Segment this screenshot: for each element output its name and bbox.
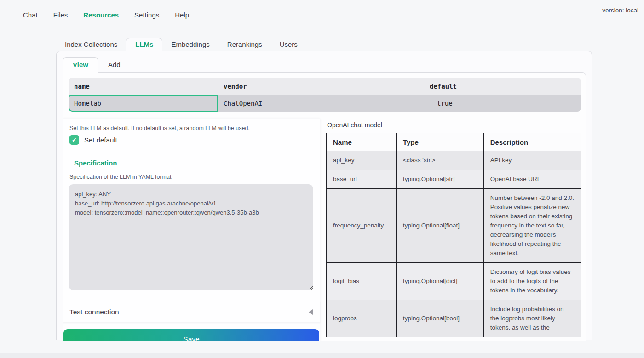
cell-llm-default[interactable]: true [424, 95, 581, 112]
top-navigation: Chat Files Resources Settings Help [23, 11, 189, 19]
nav-item-resources[interactable]: Resources [83, 11, 119, 19]
param-name: frequency_penalty [327, 189, 397, 263]
set-default-checkbox[interactable]: ✓ [69, 135, 79, 145]
doc-table-header: Name Type Description [327, 133, 581, 151]
param-name: logprobs [327, 300, 397, 337]
version-label: version: local [602, 7, 638, 14]
nav-item-files[interactable]: Files [53, 11, 68, 19]
param-description: Include log probabilities on the logprob… [483, 300, 581, 337]
param-type: typing.Optional[dict] [396, 263, 483, 300]
doc-column-description: Description [483, 133, 581, 151]
llm-list-table: name vendor default Homelab ChatOpenAI t… [69, 78, 581, 112]
checkmark-icon: ✓ [72, 137, 77, 143]
nav-item-help[interactable]: Help [175, 11, 189, 19]
param-name: api_key [327, 151, 397, 170]
param-type: <class 'str'> [396, 151, 483, 170]
bottom-scroll-strip [0, 353, 644, 358]
doc-column-name: Name [327, 133, 397, 151]
table-row: frequency_penalty typing.Optional[float]… [327, 189, 581, 263]
table-row: logprobs typing.Optional[bool] Include l… [327, 300, 581, 337]
tab-rerankings[interactable]: Rerankings [218, 38, 271, 51]
save-button[interactable]: Save [63, 329, 319, 341]
param-type: typing.Optional[bool] [396, 300, 483, 337]
param-name: base_url [327, 170, 397, 189]
param-description: Number between -2.0 and 2.0. Positive va… [483, 189, 581, 263]
param-name: logit_bias [327, 263, 397, 300]
tab-llms[interactable]: LLMs [126, 38, 162, 52]
doc-column-type: Type [396, 133, 483, 151]
llm-table-header: name vendor default [69, 78, 581, 95]
collapse-arrow-icon [309, 309, 313, 315]
view-tab-content: name vendor default Homelab ChatOpenAI t… [63, 72, 586, 341]
tab-add[interactable]: Add [98, 58, 130, 72]
cell-llm-name[interactable]: Homelab [69, 95, 218, 112]
param-description: API key [483, 151, 581, 170]
table-row: api_key <class 'str'> API key [327, 151, 581, 170]
table-row[interactable]: Homelab ChatOpenAI true [69, 95, 581, 112]
table-row: base_url typing.Optional[str] OpenAI bas… [327, 170, 581, 189]
set-default-label: Set default [84, 136, 117, 144]
test-connection-accordion[interactable]: Test connection [63, 301, 320, 322]
resource-tabs: Index Collections LLMs Embeddings Rerank… [56, 38, 306, 51]
llms-panel: View Add name vendor default Homelab Cha… [56, 51, 592, 340]
nav-item-chat[interactable]: Chat [23, 11, 38, 19]
cell-llm-vendor[interactable]: ChatOpenAI [218, 95, 424, 112]
column-header-name: name [69, 78, 218, 95]
tab-embeddings[interactable]: Embeddings [162, 38, 218, 51]
model-params-table: Name Type Description api_key <class 'st… [326, 133, 581, 337]
view-add-tabs: View Add [63, 57, 130, 72]
tab-index-collections[interactable]: Index Collections [56, 38, 126, 51]
param-description: OpenAI base URL [483, 170, 581, 189]
column-header-vendor: vendor [218, 78, 424, 95]
set-default-row[interactable]: ✓ Set default [69, 135, 117, 145]
nav-item-settings[interactable]: Settings [134, 11, 159, 19]
param-type: typing.Optional[str] [396, 170, 483, 189]
param-type: typing.Optional[float] [396, 189, 483, 263]
table-row: logit_bias typing.Optional[dict] Diction… [327, 263, 581, 300]
column-header-default: default [424, 78, 581, 95]
llm-detail-panel: Set this LLM as default. If no default i… [63, 119, 320, 341]
tab-view[interactable]: View [63, 57, 98, 73]
param-description: Dictionary of logit bias values to add t… [483, 263, 581, 300]
set-default-hint: Set this LLM as default. If no default i… [69, 125, 250, 131]
yaml-format-label: Specification of the LLM in YAML format [69, 174, 171, 180]
yaml-spec-textarea[interactable]: api_key: ANY base_url: http://tensorzero… [69, 184, 313, 290]
specification-heading[interactable]: Specification [74, 159, 117, 167]
model-doc-title: OpenAI chat model [327, 121, 382, 129]
tab-users[interactable]: Users [271, 38, 306, 51]
test-connection-label: Test connection [69, 308, 119, 316]
